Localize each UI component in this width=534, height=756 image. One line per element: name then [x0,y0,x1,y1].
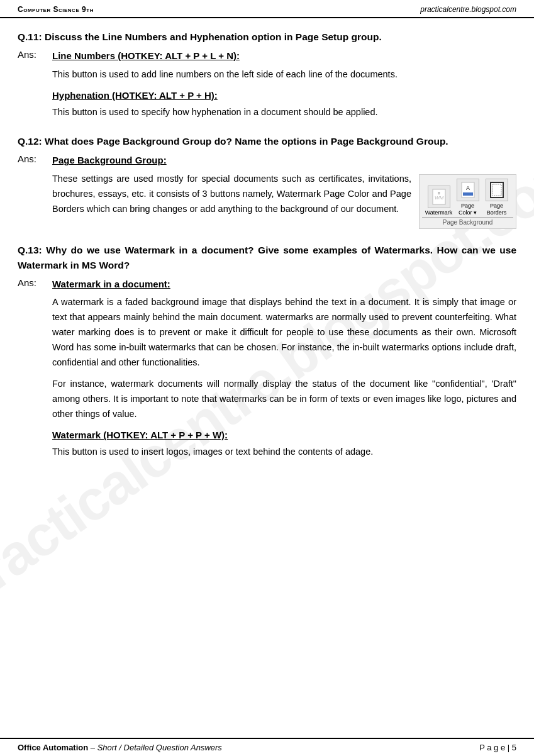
header-left: Computer Science 9th [18,5,94,14]
line-numbers-heading: Line Numbers (HOTKEY: ALT + P + L + N): [52,49,240,64]
question-13: Q.13: Why do we use Watermark in a docum… [18,243,516,460]
q11-line-numbers-text: This button is used to add line numbers … [52,67,516,82]
content-area: Q.11: Discuss the Line Numbers and Hyphe… [0,18,534,480]
q11-hyphenation-text: This button is used to specify how hyphe… [52,105,516,120]
question-12: Q.12: What does Page Background Group do… [18,134,516,229]
svg-text:A: A [465,185,469,191]
page-color-btn-label: PageColor ▾ [459,203,477,216]
q12-text-para: These settings are used mostly for speci… [52,172,411,217]
q12-ans-page-bg: Ans: Page Background Group: [18,153,516,168]
page-borders-icon [489,181,504,199]
page-background-label: Page Background [422,217,513,226]
svg-text:≡: ≡ [438,191,440,195]
header-right: practicalcentre.blogspot.com [420,5,516,14]
q11-question: Discuss the Line Numbers and Hyphenation… [45,31,382,42]
toolbar-buttons-row: WM ≡ Watermark [422,179,513,216]
q13-watermark-text-1: A watermark is a faded background image … [52,295,516,370]
ans-label-q13: Ans: [18,277,52,288]
footer-left: Office Automation – Short / Detailed Que… [18,743,222,752]
q13-watermark-text-2: For instance, watermark documents will n… [52,377,516,422]
footer-page-number: P a g e | 5 [479,743,516,752]
q11-hyphenation-heading-block: Hyphenation (HOTKEY: ALT + P + H): [52,89,516,103]
question-12-text: Q.12: What does Page Background Group do… [18,134,516,148]
q12-text-image-block: These settings are used mostly for speci… [52,172,516,230]
q13-question: Why do we use Watermark in a document? G… [18,245,516,270]
toolbar-image: WM ≡ Watermark [419,174,516,230]
page-bg-heading: Page Background Group: [52,153,167,168]
q13-ans-watermark: Ans: Watermark in a document: [18,277,516,292]
watermark-icon: WM ≡ [431,188,447,206]
q13-number: Q.13: [18,245,42,255]
page-borders-toolbar-btn: PageBorders [483,179,511,216]
page-borders-btn-label: PageBorders [487,203,507,216]
q12-number: Q.12: [18,136,42,147]
q12-description: These settings are used mostly for speci… [52,172,411,217]
ans-label: Ans: [18,49,52,60]
question-11-text: Q.11: Discuss the Line Numbers and Hyphe… [18,30,516,44]
watermark-toolbar-btn: WM ≡ Watermark [425,186,453,216]
page-color-toolbar-btn: A PageColor ▾ [454,179,482,216]
footer-title-bold: Office Automation [18,743,88,752]
watermark-in-doc-heading: Watermark in a document: [52,277,170,292]
watermark-hotkey-heading: Watermark (HOTKEY: ALT + P + P + W): [52,430,228,440]
page-header: Computer Science 9th practicalcentre.blo… [0,0,534,18]
page-color-icon-box: A [457,179,479,201]
page-borders-icon-box [486,179,508,201]
q12-content-area: These settings are used mostly for speci… [52,172,516,230]
q12-question: What does Page Background Group do? Name… [45,136,448,147]
q13-watermark-hotkey-block: Watermark (HOTKEY: ALT + P + P + W): [52,428,516,443]
question-11: Q.11: Discuss the Line Numbers and Hyphe… [18,30,516,120]
main-content: Q.11: Discuss the Line Numbers and Hyphe… [0,18,534,480]
q11-ans-line-numbers: Ans: Line Numbers (HOTKEY: ALT + P + L +… [18,49,516,64]
q13-watermark-hotkey-text: This button is used to insert logos, ima… [52,445,516,460]
page-footer: Office Automation – Short / Detailed Que… [0,738,534,756]
ans-label-q12: Ans: [18,153,52,164]
watermark-btn-label: Watermark [425,209,453,216]
page: practicalcentre.blogspot.com Computer Sc… [0,0,534,756]
watermark-icon-box: WM ≡ [428,186,450,208]
hyphenation-heading: Hyphenation (HOTKEY: ALT + P + H): [52,90,218,101]
footer-title-normal: – Short / Detailed Question Answers [88,743,222,752]
q11-number: Q.11: [18,31,42,42]
svg-rect-4 [463,192,473,196]
svg-text:WM: WM [434,195,443,201]
question-13-text: Q.13: Why do we use Watermark in a docum… [18,243,516,272]
page-color-icon: A [460,181,476,199]
